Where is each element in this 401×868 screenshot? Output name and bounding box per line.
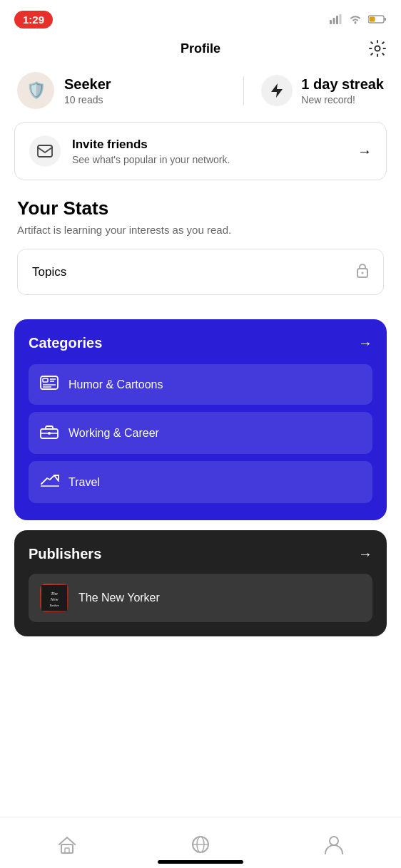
invite-subtitle: See what's popular in your network. [72,154,346,165]
streak-info: 1 day streak New record! [301,76,384,105]
battery-icon [368,14,387,24]
categories-title: Categories [29,335,102,351]
svg-point-8 [375,46,380,51]
svg-rect-7 [370,17,375,22]
svg-rect-0 [330,20,332,24]
svg-point-30 [330,837,338,845]
bolt-icon [261,75,293,106]
home-icon [57,835,77,854]
publishers-header: Publishers → [29,546,372,562]
profile-reads: 10 reads [64,94,111,105]
svg-point-4 [355,22,357,24]
career-icon [40,423,59,443]
profile-icon [325,835,343,854]
publisher-name: The New Yorker [78,591,160,604]
svg-point-11 [362,272,364,274]
invite-arrow: → [357,143,372,160]
category-item-humor[interactable]: Humor & Cartoons [29,364,372,405]
streak-count: 1 day streak [301,76,384,93]
page-title: Profile [181,41,220,56]
nav-profile[interactable] [268,835,401,854]
svg-rect-13 [43,378,48,382]
publishers-arrow[interactable]: → [358,546,372,562]
categories-header: Categories → [29,335,372,351]
svg-rect-6 [385,18,387,21]
avatar: 🛡️ [17,72,54,109]
shield-icon: 🛡️ [26,81,46,100]
status-icons [330,14,387,24]
status-time: 1:29 [14,11,53,29]
travel-label: Travel [68,476,100,489]
stats-subtitle: Artifact is learning your interests as y… [17,224,384,236]
profile-info: Seeker 10 reads [64,76,111,105]
nav-home[interactable] [0,835,133,854]
svg-point-19 [48,432,51,435]
categories-arrow[interactable]: → [358,335,372,351]
humor-icon [40,376,59,393]
streak-label: New record! [301,94,384,105]
svg-rect-25 [61,844,73,853]
svg-rect-3 [340,14,342,24]
profile-left: 🛡️ Seeker 10 reads [17,72,226,109]
category-item-travel[interactable]: Travel [29,461,372,503]
explore-icon [191,835,210,854]
signal-icon [330,14,342,24]
profile-name: Seeker [64,76,111,93]
categories-card: Categories → Humor & Cartoons [14,319,387,520]
profile-row: 🛡️ Seeker 10 reads 1 day streak New reco… [0,65,401,122]
travel-icon [40,472,59,492]
career-label: Working & Career [68,427,159,440]
lock-icon [356,262,369,281]
humor-label: Humor & Cartoons [68,378,163,391]
invite-text: Invite friends See what's popular in you… [72,138,346,165]
publishers-card: Publishers → The New Yorker The New York… [14,530,387,636]
publisher-thumbnail: The New Yorker [40,584,68,612]
settings-button[interactable] [368,39,387,62]
svg-rect-1 [333,18,335,24]
invite-card[interactable]: Invite friends See what's popular in you… [14,122,387,180]
wifi-icon [348,14,362,24]
streak-section: 1 day streak New record! [261,75,384,106]
svg-rect-26 [65,848,69,853]
topics-pill[interactable]: Topics [17,249,384,295]
publisher-item-newyorker[interactable]: The New Yorker The New Yorker [29,574,372,622]
streak-divider [243,76,244,105]
category-item-career[interactable]: Working & Career [29,412,372,454]
stats-title: Your Stats [17,197,384,219]
invite-icon [29,135,61,167]
svg-rect-9 [38,145,52,157]
stats-section: Your Stats Artifact is learning your int… [0,197,401,309]
invite-title: Invite friends [72,138,346,152]
publisher-logo: The New Yorker [40,584,68,612]
nav-explore[interactable] [133,835,267,854]
publishers-title: Publishers [29,546,101,562]
home-indicator [158,860,243,864]
svg-rect-2 [336,16,338,24]
topics-label: Topics [32,265,66,279]
status-bar: 1:29 [0,0,401,36]
svg-text:The: The [51,591,58,596]
header: Profile [0,36,401,65]
svg-text:New: New [50,597,59,601]
svg-text:Yorker: Yorker [49,604,59,607]
